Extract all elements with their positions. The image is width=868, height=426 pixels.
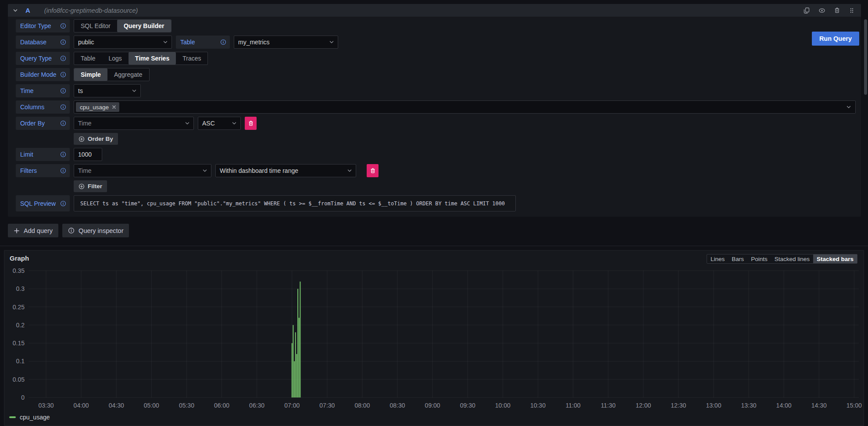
svg-text:0.35: 0.35 [13,267,25,274]
table-select[interactable]: my_metrics [234,36,338,49]
column-chip: cpu_usage [76,102,119,112]
draw-mode-stacked-bars[interactable]: Stacked bars [813,254,857,263]
info-icon[interactable] [60,55,66,61]
add-order-by-button[interactable]: Order By [74,133,118,145]
query-type-row: Query Type Table Logs Time Series Traces [16,52,856,65]
svg-text:04:00: 04:00 [74,402,89,409]
field-label-text: Order By [20,120,45,127]
legend-item[interactable]: cpu_usage [9,414,50,421]
limit-row: Limit [16,148,856,161]
filters-row: Filters Time Within dashboard time range [16,164,856,177]
svg-text:05:30: 05:30 [179,402,194,409]
add-query-button[interactable]: Add query [8,224,58,237]
svg-text:08:30: 08:30 [390,402,405,409]
time-column-select[interactable]: ts [74,84,141,97]
editor-type-row: Editor Type SQL Editor Query Builder [16,19,856,32]
info-icon[interactable] [60,88,66,94]
add-filter-button[interactable]: Filter [74,180,107,192]
query-type-toggle: Table Logs Time Series Traces [74,52,208,65]
info-icon[interactable] [60,120,66,126]
draw-mode-lines[interactable]: Lines [707,254,728,263]
run-query-button[interactable]: Run Query [812,32,859,46]
field-label-text: Limit [20,151,33,158]
builder-mode-option-simple[interactable]: Simple [74,68,107,81]
chevron-down-icon [202,168,207,173]
info-icon[interactable] [60,72,66,78]
field-label-text: Database [20,39,46,46]
filter-condition-value: Within dashboard time range [220,167,298,174]
table-value: my_metrics [238,39,270,46]
database-field-label: Database [16,36,70,49]
query-inspector-button[interactable]: Query inspector [62,224,129,237]
svg-text:0.2: 0.2 [16,322,25,329]
info-icon[interactable] [60,168,66,174]
svg-text:05:00: 05:00 [144,402,159,409]
field-label-text: Time [20,87,34,94]
remove-column-icon[interactable] [112,105,116,109]
add-filter-row: Filter [74,180,856,192]
svg-text:12:30: 12:30 [671,402,686,409]
editor-type-option-query-builder[interactable]: Query Builder [117,20,171,32]
svg-text:04:30: 04:30 [109,402,124,409]
time-field-label: Time [16,84,70,97]
svg-text:09:30: 09:30 [460,402,475,409]
svg-text:13:00: 13:00 [706,402,721,409]
svg-text:06:30: 06:30 [249,402,264,409]
query-type-option-logs[interactable]: Logs [102,52,128,64]
chevron-down-icon [185,121,190,126]
section-divider [0,246,868,246]
info-icon[interactable] [60,200,66,207]
sql-preview-text: SELECT ts as "time", cpu_usage FROM "pub… [74,195,516,211]
page-scrollbar-thumb[interactable] [864,19,867,95]
filter-field-select[interactable]: Time [74,164,211,177]
time-row: Time ts [16,84,856,97]
remove-filter-button[interactable] [367,164,379,177]
chevron-down-icon [329,39,334,45]
remove-query-trash-icon[interactable] [834,7,840,14]
draw-mode-stacked-lines[interactable]: Stacked lines [771,254,813,263]
limit-input[interactable] [74,148,102,161]
order-by-direction-select[interactable]: ASC [198,117,241,130]
field-label-text: SQL Preview [20,200,56,207]
info-icon[interactable] [60,39,66,45]
info-icon[interactable] [220,39,226,45]
draw-mode-bars[interactable]: Bars [728,254,747,263]
legend-series-label: cpu_usage [20,414,50,421]
svg-text:13:30: 13:30 [741,402,757,409]
query-type-option-table[interactable]: Table [74,52,102,64]
query-actions: Add query Query inspector [8,224,129,237]
info-icon[interactable] [60,104,66,110]
svg-text:14:30: 14:30 [811,402,827,409]
query-editor-card: A (info8fcc-greptimedb-datasource) Run Q… [8,4,861,217]
field-label-text: Editor Type [20,22,51,29]
svg-text:08:00: 08:00 [354,402,370,409]
collapse-chevron-icon[interactable] [11,7,19,14]
columns-field-label: Columns [16,100,70,114]
drag-handle-icon[interactable] [849,7,855,14]
builder-mode-toggle: Simple Aggregate [74,68,150,81]
editor-type-toggle: SQL Editor Query Builder [74,19,171,32]
query-type-option-traces[interactable]: Traces [176,52,207,64]
duplicate-query-icon[interactable] [803,7,810,14]
draw-mode-toggle: Lines Bars Points Stacked lines Stacked … [707,254,857,264]
query-type-option-time-series[interactable]: Time Series [129,52,176,64]
columns-multiselect[interactable]: cpu_usage [74,100,856,114]
hide-response-eye-icon[interactable] [818,7,825,14]
draw-mode-points[interactable]: Points [747,254,771,263]
info-circle-icon [68,227,75,234]
order-by-field-label: Order By [16,117,70,130]
builder-mode-option-aggregate[interactable]: Aggregate [107,68,149,81]
query-ref-id: A [25,7,30,14]
remove-order-by-button[interactable] [245,117,257,130]
columns-row: Columns cpu_usage [16,100,856,114]
info-icon[interactable] [60,151,66,158]
database-select[interactable]: public [74,36,172,49]
graph-panel: Graph Lines Bars Points Stacked lines St… [4,250,864,426]
editor-type-option-sql-editor[interactable]: SQL Editor [74,20,117,32]
query-header[interactable]: A (info8fcc-greptimedb-datasource) [8,4,861,17]
info-icon[interactable] [60,23,66,29]
sql-preview-row: SQL Preview SELECT ts as "time", cpu_usa… [16,195,856,211]
filter-condition-select[interactable]: Within dashboard time range [215,164,356,177]
order-by-field-select[interactable]: Time [74,117,194,130]
svg-text:11:00: 11:00 [566,402,581,409]
